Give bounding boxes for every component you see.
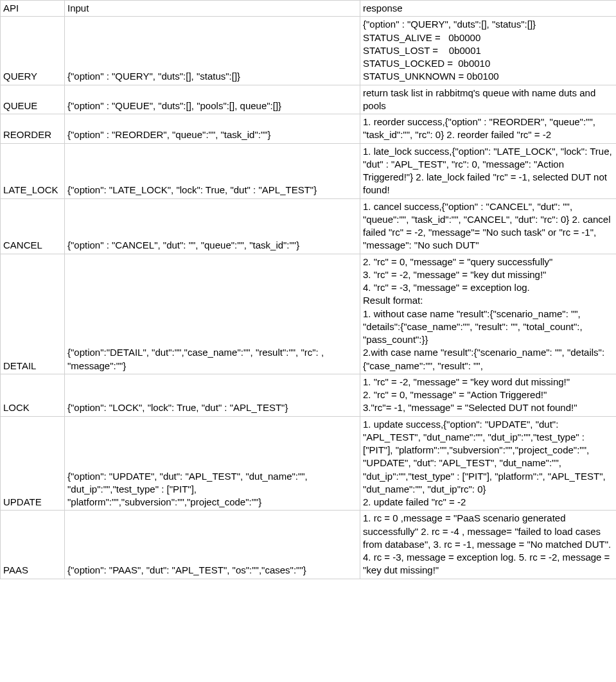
table-header-row: API Input response [1,1,617,17]
cell-response: 1. rc = 0 ,message = "PaaS scenario gene… [360,511,617,579]
table-row: QUEUE {"option" : "QUEUE", "duts":[], "p… [1,85,617,114]
table-row: DETAIL {"option":"DETAIL", "dut":"","cas… [1,254,617,374]
cell-api: UPDATE [1,416,65,511]
cell-response: 1. cancel success,{"option" : "CANCEL", … [360,198,617,254]
header-input: Input [65,1,360,17]
cell-input: {"option": "PAAS", "dut": "APL_TEST", "o… [65,511,360,579]
cell-api: PAAS [1,511,65,579]
table-row: QUERY {"option" : "QUERY", "duts":[], "s… [1,17,617,85]
cell-input: {"option" : "CANCEL", "dut": "", "queue"… [65,198,360,254]
cell-response: 1. reorder success,{"option" : "REORDER"… [360,114,617,144]
table-row: LATE_LOCK {"option": "LATE_LOCK", "lock"… [1,143,617,198]
cell-api: QUERY [1,17,65,85]
cell-api: CANCEL [1,198,65,254]
cell-response: 2. "rc" = 0, "message" = "query successf… [360,254,617,374]
cell-api: QUEUE [1,85,65,114]
table-row: REORDER {"option" : "REORDER", "queue":"… [1,114,617,144]
table-row: LOCK {"option": "LOCK", "lock": True, "d… [1,374,617,416]
table-row: PAAS {"option": "PAAS", "dut": "APL_TEST… [1,511,617,579]
cell-input: {"option":"DETAIL", "dut":"","case_name"… [65,254,360,374]
api-table: API Input response QUERY {"option" : "QU… [0,0,616,579]
cell-input: {"option" : "QUERY", "duts":[], "status"… [65,17,360,85]
header-response: response [360,1,617,17]
table-row: CANCEL {"option" : "CANCEL", "dut": "", … [1,198,617,254]
cell-response: 1. "rc" = -2, "message" = "key word dut … [360,374,617,416]
cell-api: LATE_LOCK [1,143,65,198]
cell-input: {"option" : "QUEUE", "duts":[], "pools":… [65,85,360,114]
cell-api: REORDER [1,114,65,144]
header-api: API [1,1,65,17]
cell-response: 1. update success,{"option": "UPDATE", "… [360,416,617,511]
cell-input: {"option" : "REORDER", "queue":"", "task… [65,114,360,144]
cell-api: DETAIL [1,254,65,374]
cell-input: {"option": "LOCK", "lock": True, "dut" :… [65,374,360,416]
cell-input: {"option": "LATE_LOCK", "lock": True, "d… [65,143,360,198]
table-row: UPDATE {"option": "UPDATE", "dut": "APL_… [1,416,617,511]
cell-api: LOCK [1,374,65,416]
cell-response: 1. late_lock success,{"option": "LATE_LO… [360,143,617,198]
cell-response: return task list in rabbitmq's queue wit… [360,85,617,114]
cell-input: {"option": "UPDATE", "dut": "APL_TEST", … [65,416,360,511]
cell-response: {"option" : "QUERY", "duts":[], "status"… [360,17,617,85]
